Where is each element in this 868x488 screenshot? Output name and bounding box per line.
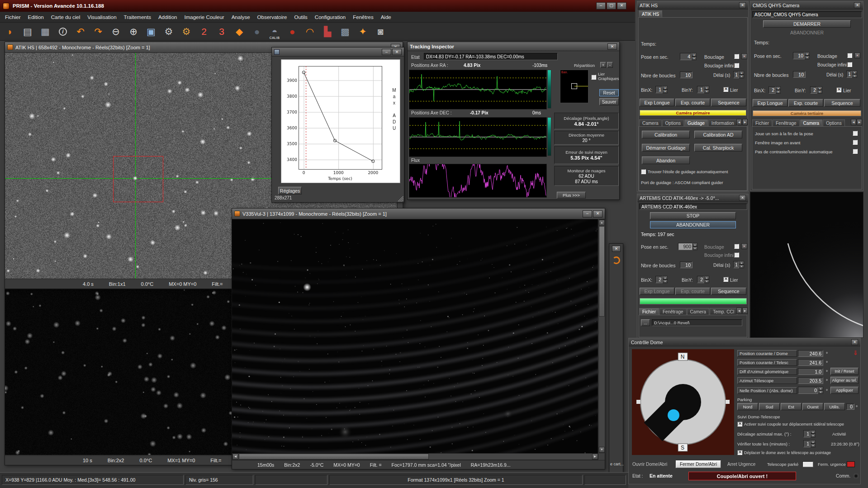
lier-checkbox[interactable]	[836, 87, 841, 92]
arret-urgence-button[interactable]: Arret Urgence	[727, 462, 755, 467]
qhy5-panel-header[interactable]: CMOS QHY5 Camera	[750, 1, 863, 9]
option-front-checkbox[interactable]	[853, 140, 858, 145]
close-icon[interactable]	[607, 43, 617, 50]
biny-spinner[interactable]: 1	[697, 86, 709, 93]
biny-spinner[interactable]: 2	[810, 86, 822, 94]
boucles-value[interactable]: 10	[680, 261, 693, 268]
close-icon[interactable]	[392, 49, 402, 55]
menu-observatoire[interactable]: Observatoire	[254, 13, 291, 22]
menu-visualisation[interactable]: Visualisation	[84, 13, 120, 22]
gear-icon[interactable]: ⚙	[161, 24, 177, 39]
bouclage-infini-checkbox[interactable]	[734, 63, 739, 68]
lier-graphiques-checkbox[interactable]	[591, 75, 596, 80]
close-icon[interactable]	[593, 210, 602, 218]
cal-sharplock-button[interactable]: Cal. Sharplock	[694, 144, 742, 152]
tabs-scroll-right-icon[interactable]	[742, 119, 748, 125]
tab-options[interactable]: Options	[662, 119, 684, 126]
abandonner-button[interactable]: ABANDONNER	[650, 221, 736, 228]
decalage-azimutal-spinner[interactable]: 1	[803, 430, 816, 437]
save-path[interactable]: D:\Acqui...0 Revel\	[652, 319, 742, 326]
menu-carte-du-ciel[interactable]: Carte du ciel	[47, 13, 84, 22]
demarrer-guidage-button[interactable]: Démarrer Guidage	[642, 144, 690, 152]
exp-courte-button[interactable]: Exp. courte	[788, 99, 823, 107]
lier-checkbox[interactable]	[723, 87, 728, 92]
close-icon[interactable]	[617, 2, 626, 9]
abandon-button[interactable]: Abandon	[642, 156, 690, 164]
tab-atik-hs[interactable]: ATIK HS	[639, 10, 662, 17]
exp-longue-button[interactable]: Exp Longue	[640, 288, 674, 295]
menu-addition[interactable]: Addition	[155, 13, 181, 22]
scroll-thumb[interactable]	[599, 226, 605, 317]
binx-spinner[interactable]: 2	[768, 86, 781, 94]
ouvrir-dome-button[interactable]: Ouvrir Dome/Abri	[632, 462, 667, 467]
maximize-icon[interactable]	[607, 2, 616, 9]
atik-panel-header[interactable]: ATIK HS	[637, 1, 748, 9]
menu-fenetres[interactable]: Fenêtres	[349, 13, 377, 22]
close-icon[interactable]	[739, 195, 746, 201]
demarrer-button[interactable]: DEMARRER	[763, 20, 851, 28]
dome-goto-icon[interactable]: ⇓	[853, 349, 859, 356]
lier-checkbox[interactable]	[723, 277, 728, 282]
tab-camera[interactable]: Camera	[639, 119, 662, 126]
zoom-out-icon[interactable]: ⊖	[108, 24, 124, 39]
dome-position-value[interactable]: 240.6	[798, 350, 823, 357]
tab-guidage[interactable]: Guidage	[684, 119, 708, 126]
tab-fenetrage[interactable]: Fenêtrage	[659, 308, 687, 315]
plus-button[interactable]: Plus >>>	[557, 192, 586, 199]
delai-spinner[interactable]: 1	[846, 71, 857, 78]
binx-spinner[interactable]: 1	[655, 86, 668, 93]
minimize-icon[interactable]	[596, 2, 606, 9]
bouclage-checkbox[interactable]	[847, 53, 852, 58]
tabs-scroll-left-icon[interactable]	[736, 308, 742, 314]
boucles-value[interactable]: 10	[793, 71, 806, 78]
clear-icon[interactable]	[741, 243, 747, 249]
boucles-value[interactable]: 10	[680, 71, 693, 78]
tabs-scroll-left-icon[interactable]	[851, 119, 856, 125]
telescope-position-value[interactable]: 241.6	[798, 359, 823, 366]
bouclage-infini-checkbox[interactable]	[734, 252, 739, 257]
azimut-telescope-value[interactable]: 203.5	[798, 377, 823, 384]
ccd-window-icon[interactable]: ▩	[337, 24, 353, 39]
dome-panel-header[interactable]: Contrôle Dome	[629, 338, 860, 346]
bin3-icon[interactable]: 3	[213, 24, 230, 39]
park-utilis-button[interactable]: Utilis.	[824, 403, 845, 410]
binx-spinner[interactable]: 2	[655, 276, 668, 283]
clear-icon[interactable]	[854, 52, 860, 58]
tab-information[interactable]: Information	[708, 119, 737, 126]
pose-spinner[interactable]: 10	[793, 52, 810, 59]
close-icon[interactable]	[612, 246, 621, 252]
option-sound-checkbox[interactable]	[853, 131, 858, 136]
blink-icon[interactable]: ▣	[143, 24, 159, 39]
allsky-canvas[interactable]	[750, 192, 863, 337]
undo-icon[interactable]: ↶	[72, 24, 89, 39]
delai-spinner[interactable]: 1	[733, 261, 744, 268]
table-icon[interactable]: ▦	[37, 24, 53, 39]
info-icon[interactable]: i	[55, 24, 71, 39]
repartition-zoom-in-button[interactable]: +	[600, 62, 606, 68]
prism-logo-icon[interactable]: ◗	[2, 24, 18, 39]
exp-courte-button[interactable]: Exp. courte	[675, 288, 710, 295]
pose-spinner[interactable]: 4	[680, 53, 697, 60]
bin2-icon[interactable]: 2	[196, 24, 212, 39]
camera-icon[interactable]: ◙	[372, 24, 389, 39]
calibration-ad-button[interactable]: Calibration AD	[694, 131, 742, 138]
redo-icon[interactable]: ↷	[90, 24, 106, 39]
comet-icon[interactable]: ✦	[355, 24, 371, 39]
sequence-button[interactable]: Sequence	[711, 99, 746, 106]
camera-device-selector[interactable]: ARTEMIS CCD ATIK-460ex	[639, 204, 747, 210]
spectrum-image-canvas[interactable]	[232, 219, 598, 453]
repartition-zoom-out-button[interactable]: -	[607, 62, 613, 68]
park-azimut-value[interactable]: 0	[846, 403, 854, 410]
dish-icon[interactable]: ◠	[302, 24, 318, 39]
tab-options[interactable]: Options	[823, 119, 844, 126]
delai-spinner[interactable]: 1	[733, 71, 744, 78]
tabs-scroll-left-icon[interactable]	[736, 119, 742, 125]
artemis-panel-header[interactable]: ARTEMIS CCD ATIK-460ex -> -5.0°...	[637, 194, 748, 202]
tab-camera[interactable]: Camera	[800, 119, 823, 126]
pose-spinner[interactable]: 900	[678, 243, 697, 250]
verifier-spinner[interactable]: 1	[803, 440, 816, 447]
appliquer-button[interactable]: Appliquer	[830, 387, 859, 394]
menu-aide[interactable]: Aide	[377, 13, 395, 22]
aligner-button[interactable]: Aligner au tel.	[830, 377, 859, 384]
park-ouest-button[interactable]: Ouest	[802, 403, 823, 410]
